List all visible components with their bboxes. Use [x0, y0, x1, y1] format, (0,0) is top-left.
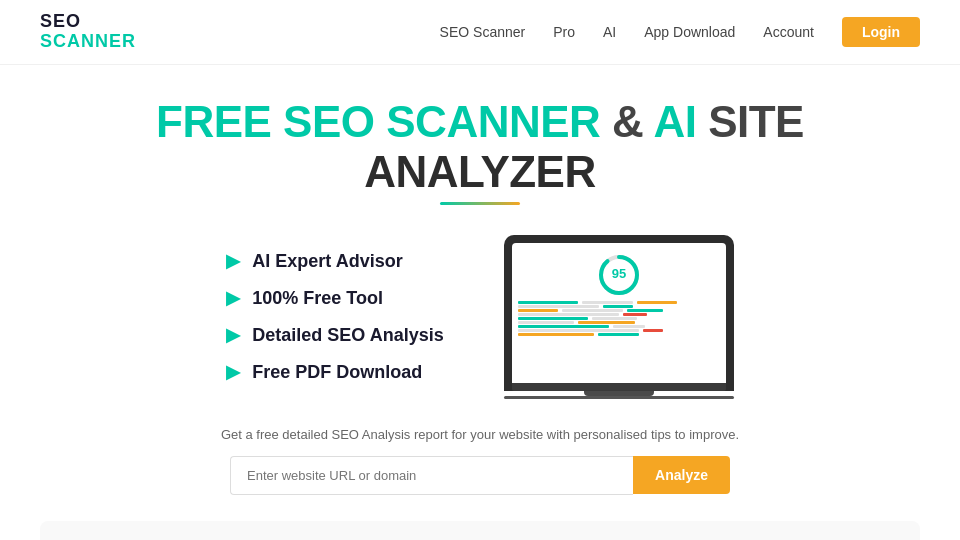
title-scanner: SCANNER	[386, 97, 600, 146]
features-list: ▶ AI Expert Advisor ▶ 100% Free Tool ▶ D…	[226, 251, 443, 383]
laptop-body: 95	[504, 235, 734, 391]
title-amp: &	[600, 97, 653, 146]
title-analyzer: ANALYZER	[364, 147, 596, 196]
arrow-icon: ▶	[226, 326, 240, 344]
arrow-icon: ▶	[226, 289, 240, 307]
arrow-icon: ▶	[226, 363, 240, 381]
hero-title: FREE SEO SCANNER & AI SITE ANALYZER	[40, 97, 920, 198]
score-circle: 95	[597, 253, 641, 297]
logo[interactable]: SEO SCANNER	[40, 12, 136, 52]
seo-scanner-link[interactable]: SEO Scanner	[440, 24, 526, 40]
svg-text:95: 95	[611, 266, 625, 281]
feature-label: Detailed SEO Analysis	[252, 325, 443, 346]
feature-label: 100% Free Tool	[252, 288, 383, 309]
bottom-card: AI Powered Website On-Page SEO Scanner O…	[40, 521, 920, 540]
analyze-section: Get a free detailed SEO Analysis report …	[0, 409, 960, 511]
ai-link[interactable]: AI	[603, 24, 616, 40]
title-underline	[440, 202, 520, 205]
analyze-subtitle: Get a free detailed SEO Analysis report …	[40, 427, 920, 442]
logo-scanner: SCANNER	[40, 32, 136, 52]
pro-link[interactable]: Pro	[553, 24, 575, 40]
app-download-link[interactable]: App Download	[644, 24, 735, 40]
laptop-mockup: 95	[504, 235, 734, 399]
title-ai: AI	[653, 97, 708, 146]
screen-content	[518, 301, 720, 337]
navbar: SEO SCANNER SEO Scanner Pro AI App Downl…	[0, 0, 960, 65]
laptop-screen: 95	[512, 243, 726, 383]
logo-seo: SEO	[40, 12, 136, 32]
features-section: ▶ AI Expert Advisor ▶ 100% Free Tool ▶ D…	[0, 215, 960, 409]
analyze-button[interactable]: Analyze	[633, 456, 730, 494]
hero-section: FREE SEO SCANNER & AI SITE ANALYZER	[0, 65, 960, 215]
login-button[interactable]: Login	[842, 17, 920, 47]
list-item: ▶ 100% Free Tool	[226, 288, 443, 309]
feature-label: Free PDF Download	[252, 362, 422, 383]
feature-label: AI Expert Advisor	[252, 251, 402, 272]
account-link[interactable]: Account	[763, 24, 814, 40]
url-input[interactable]	[230, 456, 633, 495]
title-seo: SEO	[283, 97, 386, 146]
list-item: ▶ Detailed SEO Analysis	[226, 325, 443, 346]
list-item: ▶ AI Expert Advisor	[226, 251, 443, 272]
title-site: SITE	[708, 97, 804, 146]
laptop-foot	[504, 396, 734, 399]
list-item: ▶ Free PDF Download	[226, 362, 443, 383]
laptop-base	[512, 383, 726, 391]
analyze-form: Analyze	[230, 456, 730, 495]
title-free: FREE	[156, 97, 283, 146]
nav-links: SEO Scanner Pro AI App Download Account …	[440, 17, 920, 47]
arrow-icon: ▶	[226, 252, 240, 270]
